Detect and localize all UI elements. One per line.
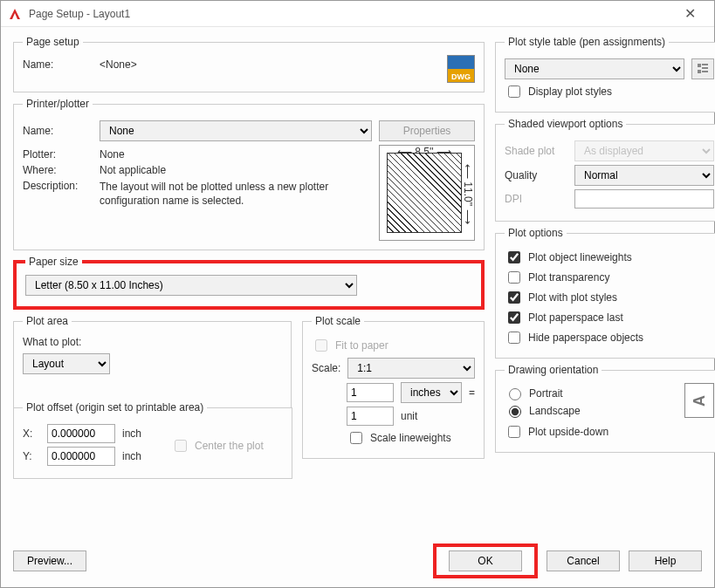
fit-to-paper-label: Fit to paper — [335, 339, 388, 352]
svg-rect-2 — [702, 64, 708, 65]
properties-button[interactable]: Properties — [379, 120, 475, 141]
desc-label: Description: — [23, 180, 93, 192]
page-setup-dialog: Page Setup - Layout1 ✕ Page setup Name: … — [0, 0, 715, 588]
paper-size-select[interactable]: Letter (8.50 x 11.00 Inches) — [25, 275, 357, 296]
plot-offset-legend: Plot offset (origin set to printable are… — [23, 401, 207, 414]
upside-down-label: Plot upside-down — [528, 426, 608, 438]
orientation-icon: A — [684, 383, 714, 418]
plot-lineweights-check[interactable] — [508, 251, 520, 263]
scale-denominator-input[interactable] — [347, 407, 394, 426]
scale-units-select[interactable]: inches — [401, 382, 462, 403]
scale-label: Scale: — [312, 362, 340, 374]
svg-rect-5 — [702, 71, 708, 72]
autocad-logo-icon — [8, 7, 22, 21]
page-setup-legend: Page setup — [23, 36, 83, 48]
paper-size-legend: Paper size — [25, 256, 82, 268]
quality-select[interactable]: Normal — [574, 165, 714, 186]
landscape-label: Landscape — [529, 405, 581, 417]
pagesetup-name-value: <None> — [100, 58, 137, 71]
y-unit: inch — [122, 450, 141, 462]
shadeplot-select: As displayed — [574, 140, 714, 161]
shaded-legend: Shaded viewport options — [505, 118, 626, 130]
y-input[interactable] — [47, 447, 115, 466]
desc-value: The layout will not be plotted unless a … — [100, 180, 361, 208]
unit-label: unit — [401, 410, 417, 422]
printer-name-label: Name: — [23, 125, 93, 137]
what-to-plot-select[interactable]: Layout — [23, 353, 110, 374]
display-plot-styles-label: Display plot styles — [528, 85, 612, 98]
where-label: Where: — [23, 164, 93, 176]
hide-paperspace-check[interactable] — [508, 332, 520, 344]
upside-down-check[interactable] — [508, 426, 520, 438]
opt3-label: Plot with plot styles — [528, 291, 617, 304]
plot-transparency-check[interactable] — [508, 271, 520, 284]
plotter-label: Plotter: — [23, 148, 93, 161]
footer: Preview... OK Cancel Help — [13, 538, 702, 578]
plot-style-select[interactable]: None — [505, 58, 684, 79]
x-label: X: — [23, 427, 40, 440]
quality-label: Quality — [505, 169, 567, 181]
svg-marker-0 — [10, 9, 20, 19]
landscape-radio[interactable] — [509, 406, 521, 418]
shaded-viewport-group: Shaded viewport options Shade plot As di… — [495, 118, 715, 222]
preview-button[interactable]: Preview... — [13, 550, 86, 571]
svg-rect-3 — [702, 67, 708, 69]
paper-size-group: Paper size Letter (8.50 x 11.00 Inches) — [13, 256, 485, 310]
paper-preview-icon: ⟵ 8.5'' ⟶ ⟵ 11.0'' ⟶ — [379, 145, 475, 241]
plot-options-group: Plot options Plot object lineweights Plo… — [495, 227, 715, 359]
where-value: Not applicable — [100, 164, 166, 176]
pagesetup-name-label: Name: — [23, 58, 93, 71]
scale-numerator-input[interactable] — [347, 383, 394, 402]
printer-legend: Printer/plotter — [23, 98, 93, 110]
svg-rect-4 — [698, 70, 701, 73]
plot-style-legend: Plot style table (pen assignments) — [505, 36, 669, 48]
x-unit: inch — [122, 427, 141, 440]
plot-with-styles-check[interactable] — [508, 291, 520, 304]
opt2-label: Plot transparency — [528, 271, 609, 284]
portrait-label: Portrait — [529, 387, 563, 400]
printer-group: Printer/plotter Name: None Properties Pl… — [13, 98, 485, 250]
scale-lineweights-label: Scale lineweights — [370, 432, 451, 444]
plot-options-legend: Plot options — [505, 227, 567, 239]
titlebar: Page Setup - Layout1 ✕ — [1, 1, 714, 27]
scale-select[interactable]: 1:1 — [347, 358, 475, 379]
page-setup-group: Page setup Name: <None> DWG — [13, 36, 485, 92]
window-title: Page Setup - Layout1 — [29, 8, 672, 20]
fit-to-paper-check — [315, 339, 327, 352]
orientation-legend: Drawing orientation — [505, 364, 602, 376]
center-plot-label: Center the plot — [195, 440, 264, 452]
paper-height-dim: ⟵ 11.0'' ⟶ — [462, 156, 474, 231]
svg-rect-1 — [698, 64, 701, 67]
opt4-label: Plot paperspace last — [528, 311, 623, 324]
y-label: Y: — [23, 450, 40, 462]
orientation-group: Drawing orientation Portrait Landscape A… — [495, 364, 715, 453]
display-plot-styles-check[interactable] — [508, 85, 520, 98]
center-plot-check — [175, 440, 187, 452]
plot-scale-group: Plot scale Fit to paper Scale: 1:1 inche… — [302, 315, 485, 459]
cancel-button[interactable]: Cancel — [547, 550, 620, 571]
dpi-label: DPI — [505, 193, 567, 205]
dpi-input — [574, 189, 714, 209]
shadeplot-label: Shade plot — [505, 145, 567, 157]
plotter-value: None — [100, 148, 125, 161]
scale-lineweights-check[interactable] — [350, 432, 362, 444]
opt5-label: Hide paperspace objects — [528, 332, 643, 344]
equals-label: = — [469, 386, 475, 399]
printer-select[interactable]: None — [100, 120, 372, 141]
help-button[interactable]: Help — [629, 550, 702, 571]
dwg-icon: DWG — [447, 55, 475, 83]
ok-button[interactable]: OK — [449, 550, 522, 571]
close-icon[interactable]: ✕ — [672, 5, 707, 22]
x-input[interactable] — [47, 424, 115, 443]
opt1-label: Plot object lineweights — [528, 251, 632, 263]
plot-paperspace-last-check[interactable] — [508, 311, 520, 324]
style-table-edit-icon[interactable] — [691, 58, 714, 79]
portrait-radio[interactable] — [509, 388, 521, 400]
plot-scale-legend: Plot scale — [312, 315, 364, 327]
plot-offset-group: Plot offset (origin set to printable are… — [13, 401, 292, 479]
what-to-plot-label: What to plot: — [23, 336, 282, 348]
plot-area-legend: Plot area — [23, 315, 72, 327]
plot-style-table-group: Plot style table (pen assignments) None … — [495, 36, 715, 113]
